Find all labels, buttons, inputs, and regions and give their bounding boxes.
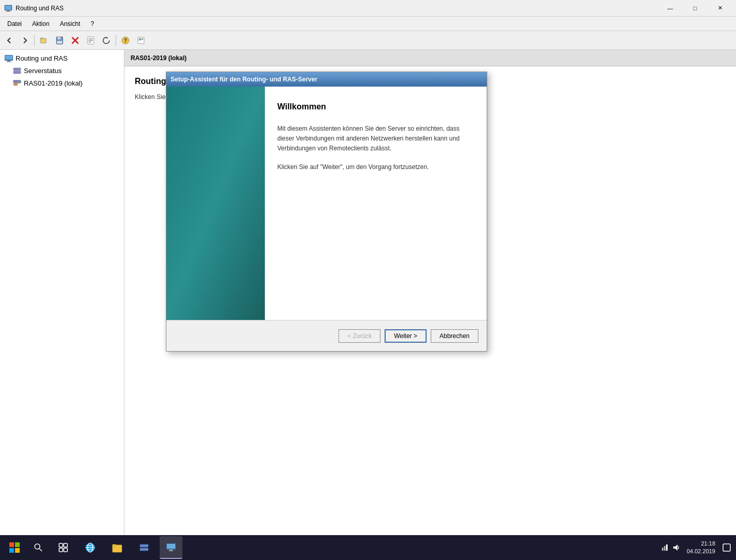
taskbar-left [4, 536, 182, 559]
svg-rect-39 [64, 543, 67, 547]
menu-help[interactable]: ? [86, 18, 100, 30]
taskview-icon [59, 543, 68, 552]
sidebar: Routing und RAS Serverstatus RAS01-2019 … [0, 50, 124, 535]
wizard-welcome-title: Willkommen [277, 102, 474, 111]
ras01-icon [12, 78, 22, 88]
svg-rect-2 [7, 10, 10, 11]
svg-rect-1 [5, 6, 11, 10]
content-area: RAS01-2019 (lokal) Routing- und RAS-Serv… [124, 50, 736, 535]
app-icon [4, 4, 12, 12]
svg-rect-55 [169, 550, 173, 551]
svg-text:?: ? [124, 38, 127, 44]
routing-ras-icon [4, 53, 13, 63]
svg-rect-8 [57, 41, 62, 44]
svg-point-28 [19, 72, 20, 73]
svg-marker-60 [673, 544, 677, 551]
clock: 21:18 04.02.2019 [687, 540, 715, 556]
sidebar-ras01-label: RAS01-2019 (lokal) [24, 79, 82, 87]
svg-rect-33 [15, 542, 20, 547]
wizard-sidebar-image [166, 87, 265, 320]
window-controls: — □ ✕ [658, 0, 732, 17]
menubar: Datei Aktion Ansicht ? [0, 17, 736, 31]
svg-rect-34 [9, 548, 14, 553]
svg-point-52 [147, 549, 148, 550]
routing-ras-taskbar-icon [165, 541, 177, 553]
windows-logo-icon [8, 541, 21, 554]
toolbar-separator-1 [34, 35, 35, 46]
sidebar-routing-ras-label: Routing und RAS [16, 54, 67, 62]
server-manager-button[interactable] [133, 536, 155, 559]
internet-explorer-icon [84, 542, 96, 553]
delete-button[interactable] [68, 33, 82, 48]
wizard-cancel-button[interactable]: Abbrechen [431, 329, 478, 343]
svg-rect-22 [5, 55, 12, 60]
wizard-back-button[interactable]: < Zurück [338, 329, 380, 343]
explorer-button[interactable] [106, 536, 129, 559]
routing-taskbar-button[interactable] [160, 536, 182, 559]
toolbar: ? [0, 31, 736, 50]
menu-ansicht[interactable]: Ansicht [54, 18, 85, 30]
open-button[interactable] [37, 33, 51, 48]
start-button[interactable] [4, 537, 25, 558]
content-header-title: RAS01-2019 (lokal) [131, 54, 187, 62]
svg-point-27 [19, 69, 20, 70]
content-header: RAS01-2019 (lokal) [124, 50, 736, 66]
svg-marker-15 [106, 37, 108, 38]
sidebar-item-ras01[interactable]: RAS01-2019 (lokal) [0, 77, 124, 89]
menu-aktion[interactable]: Aktion [27, 18, 54, 30]
svg-point-30 [19, 81, 21, 82]
content-body: Routing- und RAS-Server konfigurieren Kl… [124, 66, 736, 120]
wizard-content: Willkommen Mit diesem Assistenten können… [265, 87, 487, 320]
main-layout: Routing und RAS Serverstatus RAS01-2019 … [0, 50, 736, 535]
wizard-next-button[interactable]: Weiter > [385, 329, 427, 343]
svg-rect-5 [40, 38, 43, 39]
ie-button[interactable] [79, 536, 102, 559]
taskbar: 21:18 04.02.2019 [0, 535, 736, 560]
close-button[interactable]: ✕ [708, 0, 732, 17]
refresh-button[interactable] [99, 33, 114, 48]
wizard-body: Willkommen Mit diesem Assistenten können… [166, 87, 487, 320]
svg-rect-54 [167, 544, 175, 549]
svg-rect-58 [664, 546, 666, 551]
time-display: 21:18 [687, 540, 715, 548]
back-button[interactable] [2, 33, 17, 48]
svg-rect-56 [168, 551, 174, 551]
network-icon [661, 543, 669, 552]
svg-rect-41 [64, 548, 67, 552]
wizard-titlebar: Setup-Assistent für den Routing- und RAS… [166, 72, 487, 87]
svg-rect-35 [15, 548, 20, 553]
save-button[interactable] [52, 33, 67, 48]
toolbar-separator-2 [116, 35, 116, 46]
wizard-dialog: Setup-Assistent für den Routing- und RAS… [166, 72, 487, 352]
sidebar-item-serverstatus[interactable]: Serverstatus [0, 64, 124, 77]
titlebar: Routing und RAS — □ ✕ [0, 0, 736, 17]
svg-rect-48 [112, 544, 116, 546]
sidebar-serverstatus-label: Serverstatus [24, 67, 62, 75]
svg-rect-3 [6, 11, 11, 12]
forward-button[interactable] [18, 33, 32, 48]
server-manager-icon [138, 542, 150, 553]
svg-rect-20 [141, 38, 143, 40]
taskbar-right: 21:18 04.02.2019 [661, 540, 732, 556]
mmc-button[interactable] [134, 33, 148, 48]
taskview-button[interactable] [52, 536, 75, 559]
wizard-welcome-text-1: Mit diesem Assistenten können Sie den Se… [277, 124, 474, 154]
wizard-overlay: Setup-Assistent für den Routing- und RAS… [124, 66, 736, 120]
titlebar-left: Routing und RAS [4, 4, 64, 12]
properties-button[interactable] [83, 33, 98, 48]
svg-line-37 [39, 549, 42, 551]
wizard-footer: < Zurück Weiter > Abbrechen [166, 320, 487, 351]
window-title: Routing und RAS [16, 5, 64, 12]
svg-rect-38 [59, 543, 63, 547]
notification-icon[interactable] [721, 542, 732, 553]
menu-datei[interactable]: Datei [2, 18, 27, 30]
svg-rect-61 [723, 544, 730, 551]
minimize-button[interactable]: — [658, 0, 682, 17]
file-explorer-icon [111, 542, 123, 553]
help-button[interactable]: ? [118, 33, 133, 48]
maximize-button[interactable]: □ [683, 0, 707, 17]
search-button[interactable] [29, 538, 48, 557]
svg-rect-40 [59, 548, 63, 552]
svg-rect-57 [662, 548, 663, 551]
sidebar-item-routing-ras[interactable]: Routing und RAS [0, 52, 124, 64]
